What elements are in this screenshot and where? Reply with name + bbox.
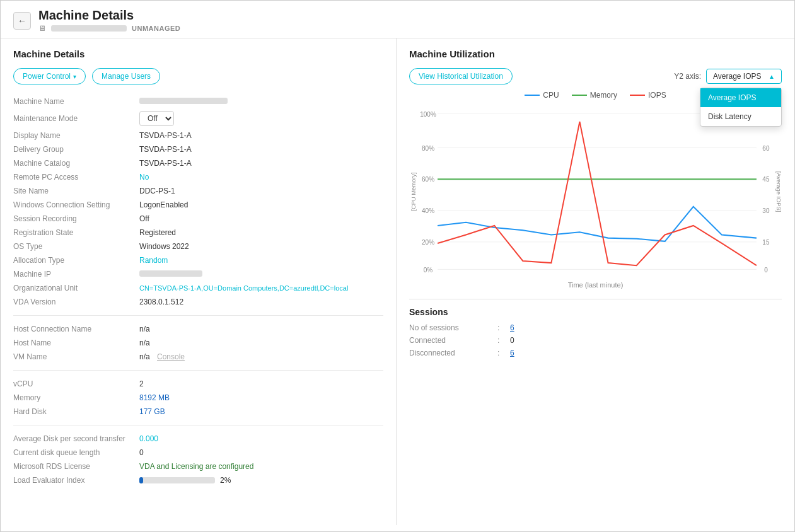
chart-wrapper: 100% 80% 60% 40% 20% 0% 90 60 45 30 15 0 xyxy=(409,103,782,280)
field-value-remote-pc-access[interactable]: No xyxy=(139,173,383,182)
field-value-display-name: TSVDA-PS-1-A xyxy=(139,131,383,140)
divider-2 xyxy=(13,370,383,371)
svg-text:15: 15 xyxy=(762,239,769,246)
field-label-machine-name: Machine Name xyxy=(13,97,139,106)
divider-1 xyxy=(13,315,383,316)
field-label-machine-catalog: Machine Catalog xyxy=(13,159,139,168)
legend-iops-label: IOPS xyxy=(648,91,666,100)
disk-details-grid: Average Disk per second transfer 0.000 C… xyxy=(13,434,383,485)
legend-iops: IOPS xyxy=(630,91,666,100)
svg-text:60%: 60% xyxy=(422,176,434,183)
y2-area: Y2 axis: Average IOPS ▲ Average IOPS Dis… xyxy=(674,69,782,84)
field-label-registration-state: Registration State xyxy=(13,228,139,237)
field-value-avg-disk-transfer[interactable]: 0.000 xyxy=(139,434,383,443)
field-value-disk-queue-length: 0 xyxy=(139,448,383,457)
field-value-memory: 8192 MB xyxy=(139,393,383,402)
y2-option-avg-iops[interactable]: Average IOPS xyxy=(700,88,781,107)
field-label-os-type: OS Type xyxy=(13,242,139,251)
unmanaged-badge: UNMANAGED xyxy=(132,25,180,32)
maintenance-mode-select[interactable]: Off On xyxy=(139,111,174,126)
y2-chevron-icon: ▲ xyxy=(769,73,775,80)
sessions-grid: No of sessions : 6 Connected : 0 Disconn… xyxy=(409,323,782,357)
svg-text:[Average IOPS]: [Average IOPS] xyxy=(775,171,782,212)
legend-cpu-line xyxy=(525,95,540,96)
right-panel-title: Machine Utilization xyxy=(409,49,782,59)
sessions-title: Sessions xyxy=(409,299,782,317)
field-label-remote-pc-access: Remote PC Access xyxy=(13,173,139,182)
svg-text:[CPU Memory]: [CPU Memory] xyxy=(410,172,417,211)
legend-cpu: CPU xyxy=(525,91,559,100)
field-value-delivery-group: TSVDA-PS-1-A xyxy=(139,145,383,154)
main-content: Machine Details Power Control ▾ Manage U… xyxy=(1,38,794,525)
machine-name-value-blurred xyxy=(139,98,228,104)
y2-option-disk-latency[interactable]: Disk Latency xyxy=(700,107,781,126)
y2-selected-label: Average IOPS xyxy=(713,72,762,81)
svg-text:45: 45 xyxy=(762,176,769,183)
y2-axis-label: Y2 axis: xyxy=(674,72,701,81)
field-value-hard-disk: 177 GB xyxy=(139,407,383,416)
app-container: ← Machine Details 🖥 UNMANAGED Machine De… xyxy=(0,0,795,532)
view-historical-button[interactable]: View Historical Utilization xyxy=(409,68,513,84)
field-label-organizational-unit: Organizational Unit xyxy=(13,284,139,292)
sess-label-disconnected: Disconnected xyxy=(409,349,497,357)
machine-name-blurred xyxy=(51,25,127,32)
machine-details-grid: Machine Name Maintenance Mode Off On Dis… xyxy=(13,97,383,306)
field-value-maintenance-mode: Off On xyxy=(139,111,383,126)
field-value-machine-ip xyxy=(139,270,383,279)
load-bar-fill xyxy=(139,477,143,483)
field-value-rds-license: VDA and Licensing are configured xyxy=(139,462,383,471)
power-control-button[interactable]: Power Control ▾ xyxy=(13,68,86,84)
machine-ip-blurred xyxy=(139,270,202,277)
field-label-memory: Memory xyxy=(13,393,139,402)
left-panel-title: Machine Details xyxy=(13,49,383,59)
field-label-machine-ip: Machine IP xyxy=(13,270,139,279)
field-value-allocation-type[interactable]: Random xyxy=(139,256,383,265)
field-value-registration-state: Registered xyxy=(139,228,383,237)
field-label-host-name: Host Name xyxy=(13,338,139,347)
sess-value-no-sessions[interactable]: 6 xyxy=(510,323,548,332)
view-historical-label: View Historical Utilization xyxy=(419,72,503,81)
sess-colon-3: : xyxy=(497,349,510,357)
sess-colon-1: : xyxy=(497,323,510,332)
sessions-section: Sessions No of sessions : 6 Connected : … xyxy=(409,299,782,357)
iops-line xyxy=(438,122,757,265)
field-label-session-recording: Session Recording xyxy=(13,214,139,223)
utilization-chart: 100% 80% 60% 40% 20% 0% 90 60 45 30 15 0 xyxy=(409,103,782,280)
field-label-vda-version: VDA Version xyxy=(13,298,139,306)
field-label-rds-license: Microsoft RDS License xyxy=(13,462,139,471)
resource-details-grid: vCPU 2 Memory 8192 MB Hard Disk 177 GB xyxy=(13,379,383,416)
field-value-host-name: n/a xyxy=(139,338,383,347)
right-panel: Machine Utilization View Historical Util… xyxy=(397,38,794,525)
field-label-vcpu: vCPU xyxy=(13,379,139,388)
sess-colon-2: : xyxy=(497,336,510,345)
manage-users-button[interactable]: Manage Users xyxy=(92,68,160,84)
field-label-load-evaluator: Load Evaluator Index xyxy=(13,476,139,485)
field-label-display-name: Display Name xyxy=(13,131,139,140)
field-value-load-evaluator: 2% xyxy=(139,476,383,485)
header-subtitle: 🖥 UNMANAGED xyxy=(38,24,180,33)
svg-text:0%: 0% xyxy=(424,266,432,273)
field-value-session-recording: Off xyxy=(139,214,383,223)
field-label-site-name: Site Name xyxy=(13,187,139,195)
legend-cpu-label: CPU xyxy=(543,91,559,100)
field-label-disk-queue-length: Current disk queue length xyxy=(13,448,139,457)
power-chevron-icon: ▾ xyxy=(73,73,76,80)
divider-3 xyxy=(13,425,383,425)
svg-text:30: 30 xyxy=(762,207,769,214)
field-label-maintenance-mode: Maintenance Mode xyxy=(13,114,139,123)
header-title-area: Machine Details 🖥 UNMANAGED xyxy=(38,8,180,33)
sess-value-disconnected[interactable]: 6 xyxy=(510,349,548,357)
chart-time-label: Time (last minute) xyxy=(409,281,782,289)
back-button[interactable]: ← xyxy=(13,12,31,30)
console-link[interactable]: Console xyxy=(157,352,185,361)
y2-dropdown-menu: Average IOPS Disk Latency xyxy=(700,88,782,127)
manage-users-label: Manage Users xyxy=(102,72,151,81)
field-label-windows-connection-setting: Windows Connection Setting xyxy=(13,200,139,209)
host-details-grid: Host Connection Name n/a Host Name n/a V… xyxy=(13,325,383,361)
field-value-organizational-unit[interactable]: CN=TSVDA-PS-1-A,OU=Domain Computers,DC=a… xyxy=(139,284,383,292)
load-bar-track xyxy=(139,477,215,483)
y2-dropdown[interactable]: Average IOPS ▲ xyxy=(706,69,782,84)
svg-text:40%: 40% xyxy=(422,207,434,214)
field-value-machine-catalog: TSVDA-PS-1-A xyxy=(139,159,383,168)
utilization-header: View Historical Utilization Y2 axis: Ave… xyxy=(409,68,782,84)
